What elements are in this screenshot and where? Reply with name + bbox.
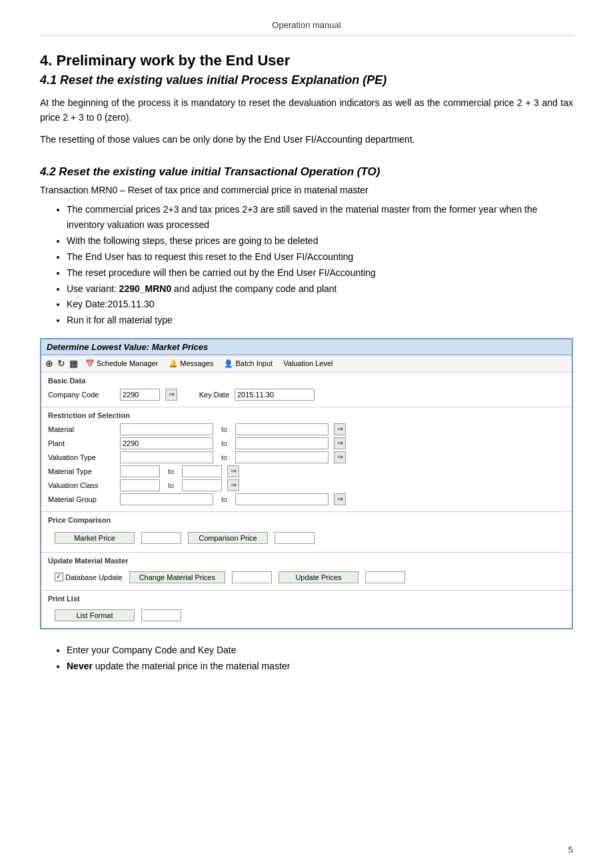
material-type-from-input[interactable] [120, 465, 160, 477]
material-group-from-input[interactable] [120, 493, 213, 505]
price-comparison-label: Price Comparison [48, 516, 565, 524]
material-type-label: Material Type [48, 467, 115, 475]
basic-data-section: Basic Data Company Code ⇒ Key Date [41, 373, 572, 407]
schedule-manager-icon: 📅 [85, 359, 95, 368]
market-price-button[interactable]: Market Price [55, 532, 135, 544]
material-group-label: Material Group [48, 495, 115, 503]
sub42-bullet-list: The commercial prices 2+3 and tax prices… [67, 202, 573, 329]
update-material-master-section: Update Material Master Database Update C… [41, 553, 572, 591]
footer-bullet-list: Enter your Company Code and Key Date Nev… [67, 643, 573, 675]
valuation-type-to-input[interactable] [235, 451, 328, 463]
price-comparison-row: Market Price Comparison Price [48, 528, 565, 548]
update-prices-button[interactable]: Update Prices [279, 571, 358, 583]
market-price-input[interactable] [141, 532, 181, 544]
sap-toolbar: ⊕ ↻ ▦ 📅 Schedule Manager 🔔 Messages 👤 Ba… [41, 355, 572, 373]
key-date-input[interactable] [235, 389, 314, 401]
plant-from-input[interactable] [120, 437, 213, 449]
list-format-button[interactable]: List Format [55, 609, 135, 621]
list-format-input[interactable] [141, 609, 181, 621]
page-number: 5 [568, 845, 573, 855]
sub42-intro: Transaction MRN0 – Reset of tax price an… [40, 183, 573, 197]
batch-input-btn[interactable]: 👤 Batch Input [221, 358, 276, 369]
plant-to-label: to [219, 439, 230, 447]
database-update-checkbox[interactable] [55, 573, 63, 581]
material-row: Material to ⇒ [48, 423, 565, 435]
plant-row: Plant to ⇒ [48, 437, 565, 449]
page-header: Operation manual [40, 20, 573, 36]
plant-arrow[interactable]: ⇒ [334, 437, 346, 449]
material-group-row: Material Group to ⇒ [48, 493, 565, 505]
key-date-label: Key Date [183, 391, 229, 399]
list-item: With the following steps, these prices a… [67, 233, 573, 249]
comparison-price-input[interactable] [275, 532, 314, 544]
basic-data-row: Company Code ⇒ Key Date [48, 389, 565, 401]
section4-heading: 4. Preliminary work by the End User [40, 52, 573, 69]
messages-icon: 🔔 [169, 359, 178, 368]
update-prices-input[interactable] [365, 571, 405, 583]
price-comparison-section: Price Comparison Market Price Comparison… [41, 512, 572, 553]
valuation-type-arrow[interactable]: ⇒ [334, 451, 346, 463]
valuation-type-label: Valuation Type [48, 453, 115, 461]
valuation-class-row: Valuation Class to ⇒ [48, 479, 565, 491]
sub41-para1: At the beginning of the process it is ma… [40, 95, 573, 125]
restriction-section: Restriction of Selection Material to ⇒ P… [41, 407, 572, 512]
material-group-to-input[interactable] [235, 493, 328, 505]
list-item: Enter your Company Code and Key Date [67, 643, 573, 659]
material-type-to-label: to [165, 467, 177, 475]
company-code-input[interactable] [120, 389, 160, 401]
change-material-prices-button[interactable]: Change Material Prices [129, 571, 225, 583]
material-arrow[interactable]: ⇒ [334, 423, 346, 435]
sub42-heading: 4.2 Reset the existing value initial Tra… [40, 165, 573, 179]
material-type-to-input[interactable] [182, 465, 222, 477]
circle-plus-icon: ⊕ [45, 358, 53, 369]
valuation-class-to-label: to [165, 481, 177, 489]
batch-input-icon: 👤 [224, 359, 233, 368]
valuation-class-from-input[interactable] [120, 479, 160, 491]
header-title: Operation manual [272, 20, 340, 30]
update-material-master-label: Update Material Master [48, 557, 565, 565]
valuation-class-arrow[interactable]: ⇒ [227, 479, 239, 491]
valuation-level-btn[interactable]: Valuation Level [280, 358, 336, 369]
material-group-to-label: to [219, 495, 230, 503]
sub41-para2: The resetting of those values can be onl… [40, 132, 573, 147]
company-code-label: Company Code [48, 391, 115, 399]
material-to-label: to [219, 425, 230, 433]
comparison-price-button[interactable]: Comparison Price [188, 532, 268, 544]
material-from-input[interactable] [120, 423, 213, 435]
valuation-type-to-label: to [219, 453, 230, 461]
restriction-label: Restriction of Selection [48, 411, 565, 419]
valuation-class-label: Valuation Class [48, 481, 115, 489]
update-material-master-row: Database Update Change Material Prices U… [48, 569, 565, 586]
list-item: Never update the material price in the m… [67, 659, 573, 675]
basic-data-label: Basic Data [48, 377, 565, 385]
print-list-row: List Format [48, 607, 565, 624]
list-item: The commercial prices 2+3 and tax prices… [67, 202, 573, 234]
messages-btn[interactable]: 🔔 Messages [165, 358, 217, 369]
list-item: The reset procedure will then be carried… [67, 265, 573, 281]
sub41-heading: 4.1 Reset the existing values initial Pr… [40, 73, 573, 87]
schedule-manager-btn[interactable]: 📅 Schedule Manager [82, 358, 161, 369]
sap-box-title: Determine Lowest Value: Market Prices [41, 339, 572, 355]
plant-to-input[interactable] [235, 437, 328, 449]
print-list-section: Print List List Format [41, 591, 572, 628]
database-update-label[interactable]: Database Update [55, 573, 123, 581]
valuation-type-from-input[interactable] [120, 451, 213, 463]
valuation-type-row: Valuation Type to ⇒ [48, 451, 565, 463]
print-list-label: Print List [48, 595, 565, 603]
sap-dialog-box: Determine Lowest Value: Market Prices ⊕ … [40, 338, 573, 629]
valuation-class-to-input[interactable] [182, 479, 222, 491]
material-type-row: Material Type to ⇒ [48, 465, 565, 477]
material-to-input[interactable] [235, 423, 328, 435]
grid-icon: ▦ [69, 358, 78, 369]
plant-label: Plant [48, 439, 115, 447]
list-item: Key Date:2015.11.30 [67, 297, 573, 313]
material-label: Material [48, 425, 115, 433]
change-material-prices-input[interactable] [232, 571, 272, 583]
list-item: Run it for all material type [67, 313, 573, 329]
list-item: The End User has to request this reset t… [67, 249, 573, 265]
list-item: Use variant: 2290_MRN0 and adjust the co… [67, 281, 573, 297]
material-group-arrow[interactable]: ⇒ [334, 493, 346, 505]
company-code-arrow[interactable]: ⇒ [165, 389, 177, 401]
refresh-icon: ↻ [57, 358, 65, 369]
material-type-arrow[interactable]: ⇒ [227, 465, 239, 477]
